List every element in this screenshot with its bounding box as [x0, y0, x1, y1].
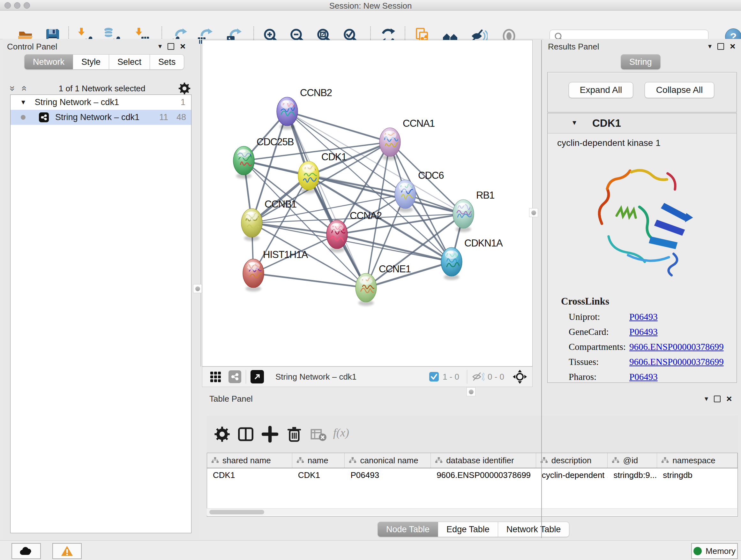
column-header-description[interactable]: description — [536, 453, 608, 468]
selected-checkbox-icon[interactable] — [428, 371, 440, 382]
collapse-all-button[interactable]: Collapse All — [645, 82, 714, 98]
network-node[interactable]: CCNA1 — [380, 118, 434, 160]
node-count: 11 — [159, 112, 168, 122]
tab-network[interactable]: Network — [24, 54, 73, 70]
table-row[interactable]: CDK1CDK1P064939606.ENSP00000378699cyclin… — [207, 469, 738, 482]
add-column-icon[interactable] — [262, 426, 278, 442]
delete-column-trash-icon[interactable] — [286, 426, 302, 442]
hidden-eye-icon[interactable] — [472, 371, 484, 382]
delete-table-icon[interactable] — [310, 426, 327, 442]
network-edge[interactable] — [253, 273, 366, 288]
open-external-icon[interactable] — [251, 370, 264, 383]
control-panel-tabs: NetworkStyleSelectSets — [24, 54, 184, 70]
column-header-name[interactable]: name — [292, 453, 345, 468]
tab-style[interactable]: Style — [73, 54, 109, 70]
network-node[interactable]: RB1 — [453, 190, 494, 232]
panel-close-icon[interactable]: × — [726, 395, 732, 402]
gene-name: CDK1 — [592, 117, 621, 129]
crosslink-link[interactable]: 9606.ENSP00000378699 — [629, 357, 724, 367]
network-edge[interactable] — [337, 234, 452, 262]
function-builder-icon[interactable]: f(x) — [333, 426, 362, 442]
results-panel-title: Results Panel — [548, 42, 599, 52]
show-columns-icon[interactable] — [238, 426, 254, 442]
node-label: CDC25B — [257, 136, 294, 147]
network-row[interactable]: String Network – cdk1 11 48 — [10, 110, 191, 125]
tab-network-table[interactable]: Network Table — [498, 522, 569, 537]
network-label: String Network – cdk1 — [55, 112, 139, 122]
network-edge[interactable] — [287, 111, 366, 288]
column-header-shared-name[interactable]: shared name — [207, 453, 292, 468]
table-cell: 9606.ENSP00000378699 — [431, 469, 536, 482]
gear-icon[interactable] — [178, 82, 191, 95]
crosslink-label: Pharos: — [569, 372, 629, 382]
gene-section-header[interactable]: ▼ CDK1 — [548, 113, 737, 133]
node-label: CCNE1 — [379, 263, 411, 274]
crosslink-link[interactable]: 9606.ENSP00000378699 — [629, 341, 724, 352]
tab-sets[interactable]: Sets — [150, 54, 184, 70]
table-cell: CDK1 — [207, 469, 292, 482]
birdseye-crosshair-icon[interactable] — [513, 369, 527, 384]
table-toolbar: f(x) — [207, 416, 738, 453]
panel-float-icon[interactable] — [718, 43, 724, 50]
table-cell: CDK1 — [292, 469, 345, 482]
scrollbar-thumb[interactable] — [209, 510, 264, 514]
left-splitter-handle[interactable] — [193, 284, 202, 293]
crosslink-link[interactable]: P06493 — [629, 327, 658, 337]
network-edge[interactable] — [287, 111, 390, 142]
right-splitter[interactable] — [541, 40, 542, 538]
control-panel-title: Control Panel — [7, 42, 57, 52]
network-node[interactable]: CCNE1 — [355, 263, 411, 306]
collapse-all-icon[interactable]: » — [10, 86, 16, 91]
disclosure-triangle-icon[interactable]: ▼ — [571, 119, 578, 126]
column-header--id[interactable]: @id — [608, 453, 657, 468]
expand-all-icon[interactable]: » — [20, 86, 26, 91]
node-label: RB1 — [476, 190, 494, 201]
node-label: CCNB2 — [300, 87, 332, 98]
table-cell: stringdb:9... — [608, 469, 657, 482]
network-graph: CCNB2CCNA1CDC25BCDK1CDC6RB1CCNB1CCNA2CDK… — [202, 40, 532, 366]
column-header-namespace[interactable]: namespace — [657, 453, 738, 468]
network-node[interactable]: CDKN1A — [441, 238, 503, 280]
memory-button[interactable]: Memory — [691, 543, 738, 559]
network-icon — [39, 112, 49, 122]
cloud-button[interactable] — [11, 543, 41, 559]
network-collection-row[interactable]: ▼ String Network – cdk1 1 — [10, 95, 191, 110]
selected-count: 1 - 0 — [443, 372, 459, 382]
tab-string[interactable]: String — [621, 54, 661, 70]
panel-float-icon[interactable] — [714, 395, 721, 402]
horizontal-splitter-handle[interactable] — [467, 387, 475, 396]
column-header-canonical-name[interactable]: canonical name — [345, 453, 431, 468]
right-splitter-handle[interactable] — [529, 208, 538, 217]
crosslink-link[interactable]: P06493 — [629, 312, 658, 322]
tab-select[interactable]: Select — [109, 54, 150, 70]
node-label: CDC6 — [418, 170, 444, 181]
network-view-icon[interactable] — [228, 370, 241, 383]
warning-button[interactable] — [52, 543, 82, 559]
table-cell: P06493 — [345, 469, 431, 482]
crosslink-link[interactable]: P06493 — [629, 372, 658, 382]
table-panel: Table Panel ▾ × — [207, 392, 738, 538]
panel-menu-icon[interactable]: ▾ — [704, 395, 708, 403]
node-table: shared name name canonical name database… — [207, 453, 738, 516]
panel-close-icon[interactable]: × — [180, 43, 186, 50]
panel-menu-icon[interactable]: ▾ — [158, 42, 162, 51]
memory-status-dot — [693, 547, 702, 555]
node-label: CDK1 — [321, 151, 347, 163]
table-settings-gear-icon[interactable] — [214, 426, 230, 442]
disclosure-triangle-icon[interactable]: ▼ — [20, 99, 26, 106]
column-header-database-identifier[interactable]: database identifier — [431, 453, 536, 468]
expand-all-button[interactable]: Expand All — [569, 82, 633, 98]
left-splitter[interactable] — [200, 40, 201, 367]
panel-close-icon[interactable]: × — [730, 43, 736, 50]
network-node[interactable]: CDC6 — [395, 170, 444, 212]
edge-count: 48 — [177, 112, 186, 122]
window-title: Session: New Session — [0, 1, 741, 11]
panel-menu-icon[interactable]: ▾ — [708, 42, 712, 51]
tab-node-table[interactable]: Node Table — [378, 522, 438, 537]
network-edge[interactable] — [287, 111, 463, 214]
crosslink-label: GeneCard: — [569, 327, 629, 337]
panel-float-icon[interactable] — [167, 43, 174, 50]
tab-edge-table[interactable]: Edge Table — [438, 522, 498, 537]
network-canvas[interactable]: CCNB2CCNA1CDC25BCDK1CDC6RB1CCNB1CCNA2CDK… — [202, 40, 533, 367]
grid-view-icon[interactable] — [209, 371, 221, 383]
